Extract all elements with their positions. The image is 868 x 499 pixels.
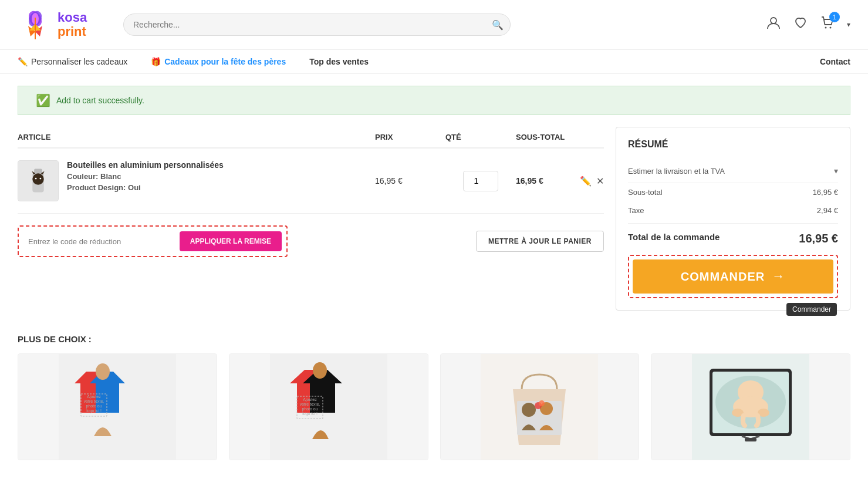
success-banner: ✅ Add to cart successfully. (18, 86, 850, 115)
product-card-slate[interactable] (651, 353, 850, 460)
product-image-tote-bag (441, 354, 639, 460)
subtotal-actions: 16,95 € ✏️ ✕ (516, 176, 604, 187)
nav-top-ventes[interactable]: Top des ventes (309, 57, 369, 66)
col-qte: QTÉ (445, 133, 516, 141)
wishlist-icon[interactable] (793, 15, 808, 34)
product-image-tshirt2: Ajoutez votre texte, photo ou logo ici ! (229, 354, 428, 460)
estimate-shipping-row[interactable]: Estimer la livraison et la TVA ▾ (628, 159, 838, 183)
header-icons: 1 ▾ (766, 15, 850, 34)
sous-total-row: Sous-total 16,95 € (628, 183, 838, 201)
search-button[interactable]: 🔍 (492, 19, 504, 31)
product-name: Bouteilles en aluminium personnalisées (67, 160, 224, 170)
taxe-row: Taxe 2,94 € (628, 201, 838, 220)
products-grid: Ajoutez votre texte, photo ou logo ici ! (18, 353, 850, 460)
cart-item-price: 16,95 € (375, 176, 445, 186)
logo-kosa: kosa (58, 11, 87, 25)
cart-item-subtotal: 16,95 € (516, 176, 543, 186)
commander-tooltip: Commander (786, 303, 837, 316)
header: kosa print 🔍 1 ▾ (0, 0, 868, 50)
svg-text:Ajoutez: Ajoutez (87, 395, 101, 399)
product-details: Bouteilles en aluminium personnalisées C… (67, 160, 224, 192)
nav-personnaliser[interactable]: ✏️ Personnaliser les cadeaux (18, 57, 127, 66)
cart-item-info: Bouteilles en aluminium personnalisées C… (18, 160, 375, 201)
cart-section: ARTICLE PRIX QTÉ SOUS-TOTAL (18, 127, 604, 311)
summary-box: RÉSUMÉ Estimer la livraison et la TVA ▾ … (616, 127, 850, 311)
cart-icon[interactable]: 1 (820, 15, 835, 34)
search-input[interactable] (123, 14, 511, 36)
total-label: Total de la commande (628, 232, 720, 245)
account-icon[interactable] (766, 15, 781, 34)
product-card-tshirt2[interactable]: Ajoutez votre texte, photo ou logo ici ! (229, 353, 428, 460)
svg-point-9 (830, 27, 832, 29)
sous-total-label: Sous-total (628, 188, 663, 197)
cart-chevron-icon[interactable]: ▾ (847, 21, 850, 29)
summary-section: RÉSUMÉ Estimer la livraison et la TVA ▾ … (616, 127, 850, 311)
taxe-label: Taxe (628, 206, 644, 215)
commander-button[interactable]: COMMANDER → (633, 259, 833, 294)
commander-label: COMMANDER (681, 270, 765, 284)
coupon-update-row: APPLIQUER LA REMISE METTRE À JOUR LE PAN… (18, 214, 604, 269)
gift-icon: 🎁 (151, 57, 161, 66)
cart-table-header: ARTICLE PRIX QTÉ SOUS-TOTAL (18, 127, 604, 149)
cart-item-actions: ✏️ ✕ (580, 176, 604, 187)
nav-contact[interactable]: Contact (820, 57, 850, 66)
cart-item-row: Bouteilles en aluminium personnalisées C… (18, 149, 604, 214)
edit-item-button[interactable]: ✏️ (580, 176, 592, 187)
nav-cadeaux-peres[interactable]: 🎁 Cadeaux pour la fête des pères (151, 57, 286, 66)
pencil-icon: ✏️ (18, 57, 28, 66)
logo-icon (18, 7, 53, 42)
product-couleur: Couleur: Blanc (67, 172, 224, 181)
taxe-value: 2,94 € (817, 206, 838, 215)
remove-item-button[interactable]: ✕ (596, 176, 604, 187)
logo[interactable]: kosa print (18, 7, 112, 42)
svg-text:logo ici !: logo ici ! (302, 412, 318, 416)
svg-point-24 (96, 363, 110, 380)
product-design: Product Design: Oui (67, 183, 224, 192)
summary-title: RÉSUMÉ (628, 139, 838, 150)
coupon-area: APPLIQUER LA REMISE (18, 225, 288, 257)
product-thumbnail (18, 160, 59, 201)
total-row: Total de la commande 16,95 € (628, 223, 838, 245)
cart-badge: 1 (829, 12, 840, 22)
svg-text:votre texte,: votre texte, (84, 399, 104, 403)
svg-text:logo ici !: logo ici ! (86, 409, 102, 413)
svg-point-17 (39, 178, 41, 180)
estimate-label: Estimer la livraison et la TVA (628, 167, 725, 176)
svg-point-37 (539, 400, 545, 406)
product-card-tshirt1[interactable]: Ajoutez votre texte, photo ou logo ici ! (18, 353, 217, 460)
product-image-slate (651, 354, 850, 460)
col-prix: PRIX (375, 133, 445, 141)
svg-text:photo ou: photo ou (302, 407, 318, 412)
success-message: Add to cart successfully. (56, 96, 144, 105)
svg-point-13 (32, 173, 43, 184)
estimate-chevron-icon: ▾ (834, 166, 838, 176)
apply-coupon-button[interactable]: APPLIQUER LA REMISE (180, 231, 282, 251)
svg-rect-47 (745, 438, 756, 441)
commander-arrow-icon: → (772, 269, 785, 284)
svg-point-31 (313, 362, 327, 379)
sous-total-value: 16,95 € (813, 188, 838, 197)
logo-print: print (58, 25, 87, 39)
logo-text: kosa print (58, 11, 87, 39)
search-bar: 🔍 (123, 14, 511, 36)
update-cart-button[interactable]: METTRE À JOUR LE PANIER (476, 231, 604, 252)
svg-point-16 (35, 178, 37, 180)
more-choices-section: PLUS DE CHOIX : Ajoutez votre texte, pho… (0, 322, 868, 472)
svg-text:Ajoutez: Ajoutez (303, 397, 317, 402)
coupon-input[interactable] (23, 235, 175, 248)
svg-point-7 (771, 18, 776, 23)
col-sous-total: SOUS-TOTAL (516, 133, 604, 141)
product-image-tshirt1: Ajoutez votre texte, photo ou logo ici ! (18, 354, 217, 460)
more-choices-title: PLUS DE CHOIX : (18, 334, 850, 344)
qty-input[interactable] (463, 171, 498, 191)
svg-point-34 (522, 403, 536, 417)
col-article: ARTICLE (18, 133, 375, 141)
total-amount: 16,95 € (799, 232, 838, 245)
svg-point-8 (825, 27, 827, 29)
success-check-icon: ✅ (36, 93, 50, 107)
svg-text:votre texte,: votre texte, (299, 402, 320, 406)
cart-item-qty (445, 171, 516, 191)
svg-text:photo ou: photo ou (86, 404, 102, 409)
main-content: ARTICLE PRIX QTÉ SOUS-TOTAL (0, 115, 868, 322)
product-card-tote-bag[interactable] (440, 353, 640, 460)
